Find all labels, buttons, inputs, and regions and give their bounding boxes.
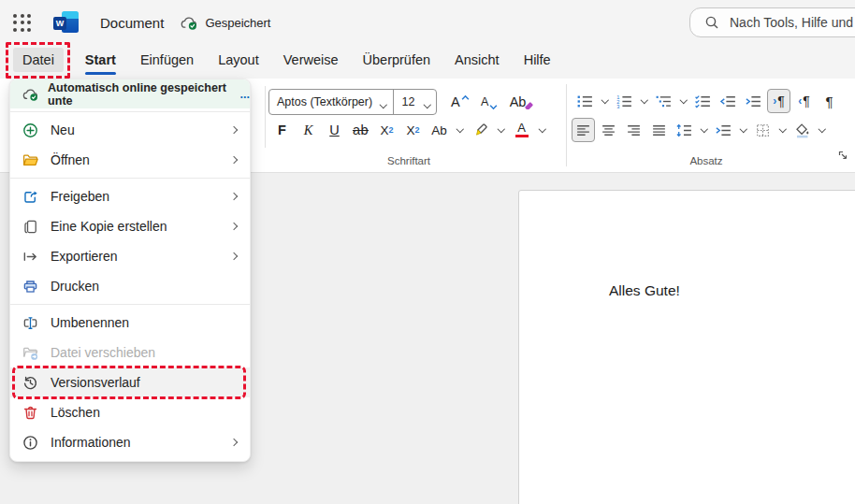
rtl-text-direction-button[interactable]: ‹ ¶ <box>792 89 816 113</box>
menu-item-eine-kopie-erstellen[interactable]: Eine Kopie erstellen <box>10 211 250 241</box>
search-icon <box>704 15 719 30</box>
menu-item-freigeben[interactable]: Freigeben <box>10 181 250 211</box>
paragraph-indent-button[interactable] <box>712 118 735 142</box>
multilevel-list-dropdown[interactable] <box>677 89 689 113</box>
rename-icon <box>22 315 38 331</box>
chevron-down-icon <box>539 125 546 133</box>
chevron-down-icon <box>423 100 430 108</box>
clear-formatting-button[interactable]: Ab <box>507 90 538 114</box>
tab-einfuegen[interactable]: Einfügen <box>138 48 196 72</box>
bullet-list-icon <box>576 94 594 109</box>
align-left-button[interactable] <box>572 118 595 142</box>
document-title[interactable]: Document <box>100 15 164 31</box>
increase-indent-button[interactable] <box>742 89 765 113</box>
text-effects-button[interactable]: Ab <box>428 118 451 142</box>
move-file-icon <box>22 345 38 361</box>
document-body-text[interactable]: Alles Gute! <box>609 282 680 299</box>
chevron-down-icon <box>641 96 648 104</box>
font-controls: Aptos (Textkörper) 12 <box>268 89 437 115</box>
word-online-app: W Document Gespeichert Nach Tools, Hilfe… <box>0 0 855 504</box>
dialog-launcher-icon <box>837 150 848 161</box>
chevron-down-icon <box>456 125 464 133</box>
numbered-list-dropdown[interactable] <box>638 89 650 113</box>
show-formatting-marks-button[interactable]: ¶ <box>818 89 841 113</box>
grow-font-button[interactable]: A <box>448 90 472 114</box>
decrease-indent-button[interactable] <box>717 89 740 113</box>
shading-dropdown[interactable] <box>816 118 828 142</box>
underline-button[interactable]: U <box>323 118 346 142</box>
tab-hilfe[interactable]: Hilfe <box>521 48 554 72</box>
menubar: Datei Start Einfügen Layout Verweise Übe… <box>0 45 855 79</box>
checklist-button[interactable] <box>691 89 715 113</box>
menu-item-oeffnen[interactable]: Öffnen <box>10 145 250 175</box>
tab-ueberpruefen[interactable]: Überprüfen <box>360 48 434 72</box>
font-group-label: Schriftart <box>268 155 549 166</box>
superscript-button[interactable]: X2 <box>401 118 425 142</box>
file-menu: Automatisch online gespeichert unte... N… <box>9 79 251 462</box>
font-color-dropdown[interactable] <box>536 118 548 142</box>
tab-datei[interactable]: Datei <box>13 48 64 72</box>
paragraph-dialog-launcher[interactable] <box>837 150 848 161</box>
justify-button[interactable] <box>647 118 671 142</box>
bullet-list-button[interactable] <box>573 89 597 113</box>
decrease-indent-icon <box>719 94 737 109</box>
shrink-font-button[interactable]: A <box>478 90 501 114</box>
document-page[interactable]: Alles Gute! <box>518 190 855 504</box>
italic-button[interactable]: K <box>297 118 320 142</box>
caret-up-icon <box>461 94 470 101</box>
font-name-select[interactable]: Aptos (Textkörper) <box>269 90 393 114</box>
align-center-button[interactable] <box>597 118 620 142</box>
autosave-status-item[interactable]: Automatisch online gespeichert unte... <box>10 79 250 108</box>
shading-button[interactable] <box>790 118 814 142</box>
highlight-dropdown[interactable] <box>495 118 507 142</box>
tab-start[interactable]: Start <box>82 48 119 72</box>
trash-icon <box>22 405 38 421</box>
ltr-text-direction-button[interactable]: › ¶ <box>767 89 790 113</box>
paragraph-indent-dropdown[interactable] <box>737 118 749 142</box>
multilevel-list-icon <box>655 94 673 109</box>
menu-item-drucken[interactable]: Drucken <box>10 271 250 301</box>
svg-text:3: 3 <box>616 103 619 108</box>
align-right-icon <box>626 122 642 138</box>
menu-item-loeschen[interactable]: Löschen <box>10 397 250 427</box>
numbered-list-icon: 1 2 3 <box>616 94 633 109</box>
tab-verweise[interactable]: Verweise <box>281 48 341 72</box>
active-tab-underline <box>85 72 116 75</box>
menu-item-umbenennen[interactable]: Umbenennen <box>10 308 250 338</box>
align-right-button[interactable] <box>622 118 645 142</box>
numbered-list-button[interactable]: 1 2 3 <box>613 89 636 113</box>
menu-item-versionsverlauf[interactable]: Versionsverlauf <box>10 367 250 397</box>
borders-button[interactable] <box>751 118 775 142</box>
copy-icon <box>22 219 38 235</box>
highlight-button[interactable] <box>469 118 492 142</box>
save-status[interactable]: Gespeichert <box>181 16 270 30</box>
menu-item-informationen[interactable]: Informationen <box>10 427 250 457</box>
font-size-select[interactable]: 12 <box>394 90 437 114</box>
bold-button[interactable]: F <box>270 118 294 142</box>
chevron-right-icon <box>230 439 238 446</box>
app-launcher-icon[interactable] <box>13 14 31 32</box>
menu-item-exportieren[interactable]: Exportieren <box>10 241 250 271</box>
tab-ansicht[interactable]: Ansicht <box>452 48 502 72</box>
highlighter-icon <box>472 122 489 138</box>
menu-item-neu[interactable]: Neu <box>10 115 250 145</box>
word-logo-icon[interactable]: W <box>53 11 79 35</box>
line-spacing-button[interactable] <box>673 118 696 142</box>
subscript-button[interactable]: X2 <box>375 118 399 142</box>
paragraph-group-label: Absatz <box>572 155 841 166</box>
line-spacing-dropdown[interactable] <box>698 118 710 142</box>
save-status-label: Gespeichert <box>205 16 270 30</box>
align-center-icon <box>601 122 616 138</box>
strikethrough-button[interactable]: ab <box>349 118 372 142</box>
font-color-button[interactable]: A <box>510 118 533 142</box>
info-icon <box>22 435 38 451</box>
multilevel-list-button[interactable] <box>652 89 675 113</box>
borders-dropdown[interactable] <box>776 118 789 142</box>
ribbon-divider <box>265 86 266 148</box>
bullet-list-dropdown[interactable] <box>599 89 611 113</box>
text-effects-dropdown[interactable] <box>454 118 466 142</box>
cloud-saved-icon <box>22 88 39 101</box>
search-box[interactable]: Nach Tools, Hilfe und <box>689 7 855 37</box>
menu-item-datei-verschieben: Datei verschieben <box>10 338 250 367</box>
tab-layout[interactable]: Layout <box>215 48 262 72</box>
